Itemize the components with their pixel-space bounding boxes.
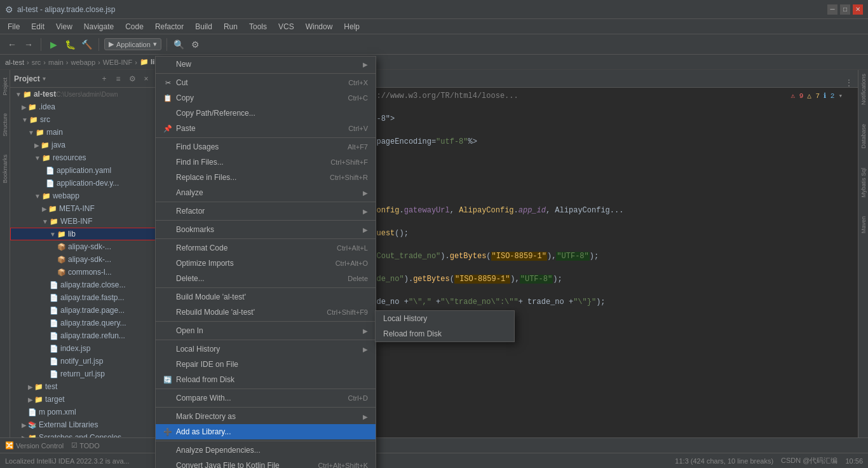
debug-button[interactable]: 🐛	[63, 38, 77, 52]
ctx-item-bookmarks[interactable]: Bookmarks ▶	[156, 222, 376, 237]
tree-item-src[interactable]: ▼ 📁 src	[10, 113, 156, 126]
settings-panel-button[interactable]: ⚙	[126, 73, 138, 85]
tree-item-alipay-refun[interactable]: 📄 alipay.trade.refun...	[10, 329, 156, 342]
database-button[interactable]: Database	[860, 121, 867, 151]
run-config-selector[interactable]: ▶ Application ▾	[104, 38, 161, 50]
tree-item-root[interactable]: ▼ 📁 al-test C:\Users\admin\Down	[10, 88, 156, 100]
tree-item-notify[interactable]: 📄 notify_url.jsp	[10, 355, 156, 368]
tree-item-alipay-query[interactable]: 📄 alipay.trade.query...	[10, 317, 156, 329]
structure-tool-button[interactable]: Structure	[1, 111, 9, 139]
menu-item-run[interactable]: Run	[219, 21, 243, 32]
menu-item-build[interactable]: Build	[190, 21, 217, 32]
settings-button[interactable]: ⚙	[189, 38, 203, 52]
tree-item-webapp[interactable]: ▼ 📁 webapp	[10, 189, 156, 202]
menu-item-navigate[interactable]: Navigate	[79, 21, 119, 32]
ctx-label-optimize: Optimize Imports	[176, 259, 234, 268]
maximize-button[interactable]: □	[840, 4, 850, 15]
close-button[interactable]: ✕	[853, 4, 863, 15]
breadcrumb-part-webinf[interactable]: WEB-INF	[103, 59, 132, 66]
tree-item-return[interactable]: 📄 return_url.jsp	[10, 368, 156, 380]
menu-item-refactor[interactable]: Refactor	[150, 21, 189, 32]
tree-item-alipay-fastp[interactable]: 📄 alipay.trade.fastp...	[10, 291, 156, 304]
ctx-item-build-module[interactable]: Build Module 'al-test'	[156, 289, 376, 305]
ctx-item-new[interactable]: New ▶	[156, 57, 376, 72]
breadcrumb-part-webapp[interactable]: webapp	[71, 59, 96, 66]
menu-item-code[interactable]: Code	[120, 21, 149, 32]
minimize-button[interactable]: ─	[827, 4, 837, 15]
ctx-item-cut[interactable]: ✂ Cut Ctrl+X	[156, 75, 376, 90]
ctx-item-repair-ide[interactable]: Repair IDE on File	[156, 357, 376, 372]
tree-item-java[interactable]: ▶ 📁 java	[10, 139, 156, 151]
tree-item-main[interactable]: ▼ 📁 main	[10, 126, 156, 139]
ctx-item-compare-with[interactable]: Compare With... Ctrl+D	[156, 390, 376, 406]
add-panel-button[interactable]: +	[98, 73, 110, 85]
tree-item-alipay-close[interactable]: 📄 alipay.trade.close...	[10, 279, 156, 291]
ctx-item-analyze-deps[interactable]: Analyze Dependencies...	[156, 443, 376, 458]
tree-item-resources[interactable]: ▼ 📁 resources	[10, 151, 156, 164]
tree-item-idea[interactable]: ▶ 📁 .idea	[10, 100, 156, 113]
menu-item-tools[interactable]: Tools	[244, 21, 272, 32]
tree-item-commons-l[interactable]: 📦 commons-l...	[10, 266, 156, 279]
ctx-sub-item-reload-disk[interactable]: Reload from Disk	[376, 326, 514, 341]
project-tool-button[interactable]: Project	[1, 75, 9, 98]
todo-button[interactable]: ☑ TODO	[71, 441, 100, 450]
ctx-item-delete[interactable]: Delete... Delete	[156, 271, 376, 286]
ctx-item-convert-kotlin[interactable]: Convert Java File to Kotlin File Ctrl+Al…	[156, 458, 376, 468]
menu-item-file[interactable]: File	[3, 21, 25, 32]
ctx-item-replace-files[interactable]: Replace in Files... Ctrl+Shift+R	[156, 170, 376, 185]
breadcrumb-part-main[interactable]: main	[48, 59, 64, 66]
ctx-item-analyze[interactable]: Analyze ▶	[156, 185, 376, 200]
tree-item-alipay-sdk-1[interactable]: 📦 alipay-sdk-...	[10, 240, 156, 253]
ctx-item-local-history[interactable]: Local History ▶	[156, 341, 376, 357]
ctx-item-open-in[interactable]: Open In ▶	[156, 323, 376, 338]
tree-item-target[interactable]: ▶ 📁 target	[10, 393, 156, 406]
ctx-item-find-usages[interactable]: Find Usages Alt+F7	[156, 139, 376, 155]
run-button[interactable]: ▶	[46, 38, 60, 52]
tree-item-app-yaml[interactable]: 📄 application.yaml	[10, 164, 156, 177]
search-everywhere-button[interactable]: 🔍	[172, 38, 186, 52]
ctx-item-find-files[interactable]: Find in Files... Ctrl+Shift+F	[156, 155, 376, 170]
menu-item-view[interactable]: View	[51, 21, 78, 32]
version-control-button[interactable]: 🔀 Version Control	[5, 441, 64, 450]
tree-item-meta-inf[interactable]: ▶ 📁 META-INF	[10, 202, 156, 215]
tree-item-index[interactable]: 📄 index.jsp	[10, 342, 156, 355]
ctx-item-reformat[interactable]: Reformat Code Ctrl+Alt+L	[156, 240, 376, 256]
ctx-item-paste[interactable]: 📌 Paste Ctrl+V	[156, 121, 376, 136]
ctx-item-rebuild-module[interactable]: Rebuild Module 'al-test' Ctrl+Shift+F9	[156, 305, 376, 320]
menu-item-vcs[interactable]: VCS	[273, 21, 299, 32]
back-button[interactable]: ←	[5, 38, 19, 52]
forward-button[interactable]: →	[22, 38, 36, 52]
menu-item-window[interactable]: Window	[301, 21, 338, 32]
bookmarks-tool-button[interactable]: Bookmarks	[1, 152, 9, 186]
close-panel-button[interactable]: ×	[140, 73, 152, 85]
ctx-item-reload-disk[interactable]: 🔄 Reload from Disk	[156, 372, 376, 387]
tree-item-alipay-page[interactable]: 📄 alipay.trade.page...	[10, 304, 156, 317]
notifications-button[interactable]: Notifications	[860, 71, 867, 107]
ctx-item-optimize[interactable]: Optimize Imports Ctrl+Alt+O	[156, 256, 376, 271]
mybatis-button[interactable]: Mybatis Sql	[860, 165, 867, 200]
tree-item-pom[interactable]: 📄 m pom.xml	[10, 406, 156, 418]
menu-item-edit[interactable]: Edit	[26, 21, 50, 32]
ctx-item-add-library[interactable]: ➕ Add as Library...	[156, 424, 376, 439]
tab-more-button[interactable]: ⋮	[845, 78, 853, 87]
tree-item-test[interactable]: ▶ 📁 test	[10, 380, 156, 393]
tree-item-alipay-sdk-2[interactable]: 📦 alipay-sdk-...	[10, 253, 156, 266]
tree-item-ext-libs[interactable]: ▶ 📚 External Libraries	[10, 418, 156, 431]
ctx-item-copy[interactable]: 📋 Copy Ctrl+C	[156, 90, 376, 106]
build-button[interactable]: 🔨	[79, 38, 93, 52]
ctx-item-refactor[interactable]: Refactor ▶	[156, 203, 376, 219]
ctx-sub-item-local-history[interactable]: Local History	[376, 311, 514, 326]
maven-button[interactable]: Maven	[860, 214, 867, 236]
ctx-item-mark-dir[interactable]: Mark Directory as ▶	[156, 409, 376, 424]
tree-item-web-inf[interactable]: ▼ 📁 WEB-INF	[10, 215, 156, 228]
breadcrumb-part-src[interactable]: src	[32, 59, 41, 66]
tree-label-commons-l: commons-l...	[68, 268, 112, 277]
tree-item-app-dev-yaml[interactable]: 📄 application-dev.y...	[10, 177, 156, 189]
breadcrumb-part-root[interactable]: al-test	[5, 59, 24, 66]
ctx-label-open-in: Open In	[176, 326, 203, 335]
menu-item-help[interactable]: Help	[339, 21, 365, 32]
tree-item-scratches[interactable]: ▶ 📁 Scratches and Consoles	[10, 431, 156, 437]
ctx-item-copy-path[interactable]: Copy Path/Reference...	[156, 106, 376, 121]
tree-item-lib[interactable]: ▼ 📁 lib	[10, 228, 156, 240]
collapse-all-button[interactable]: ≡	[112, 73, 124, 85]
